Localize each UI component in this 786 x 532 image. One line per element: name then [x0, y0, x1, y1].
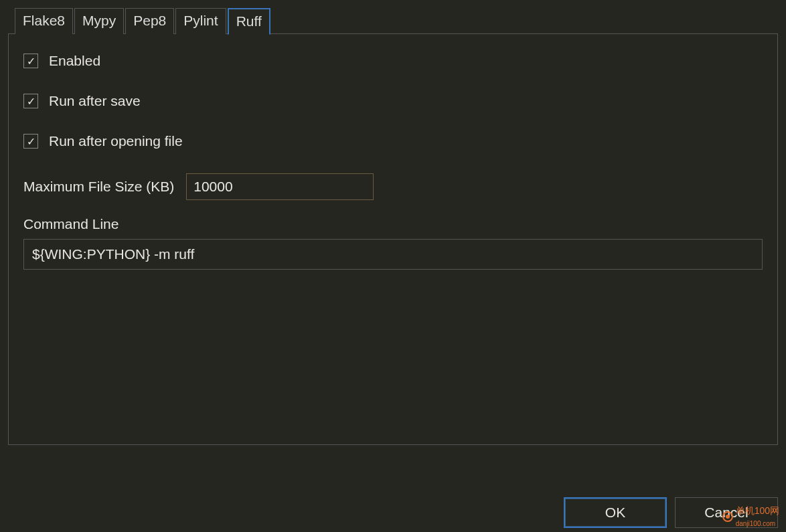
command-line-label: Command Line — [23, 216, 763, 232]
ok-button[interactable]: OK — [564, 497, 667, 528]
run-after-open-checkbox[interactable] — [23, 134, 38, 149]
max-file-size-input[interactable] — [186, 173, 374, 200]
max-file-size-label: Maximum File Size (KB) — [23, 179, 174, 195]
enabled-label: Enabled — [49, 53, 100, 69]
tab-flake8[interactable]: Flake8 — [15, 8, 73, 34]
tab-bar: Flake8 Mypy Pep8 Pylint Ruff — [15, 8, 778, 34]
enabled-checkbox[interactable] — [23, 54, 38, 68]
tab-ruff[interactable]: Ruff — [228, 8, 270, 35]
tab-pylint[interactable]: Pylint — [175, 8, 226, 34]
tab-panel-ruff: Enabled Run after save Run after opening… — [8, 33, 778, 445]
tab-mypy[interactable]: Mypy — [74, 8, 124, 34]
run-after-open-label: Run after opening file — [49, 133, 183, 149]
dialog: Flake8 Mypy Pep8 Pylint Ruff Enabled Run… — [0, 0, 786, 453]
button-bar: OK Cancel — [564, 497, 778, 528]
run-after-save-label: Run after save — [49, 93, 141, 109]
tab-pep8[interactable]: Pep8 — [125, 8, 174, 34]
command-line-input[interactable] — [23, 239, 763, 270]
cancel-button[interactable]: Cancel — [675, 497, 778, 528]
run-after-save-checkbox[interactable] — [23, 94, 38, 108]
